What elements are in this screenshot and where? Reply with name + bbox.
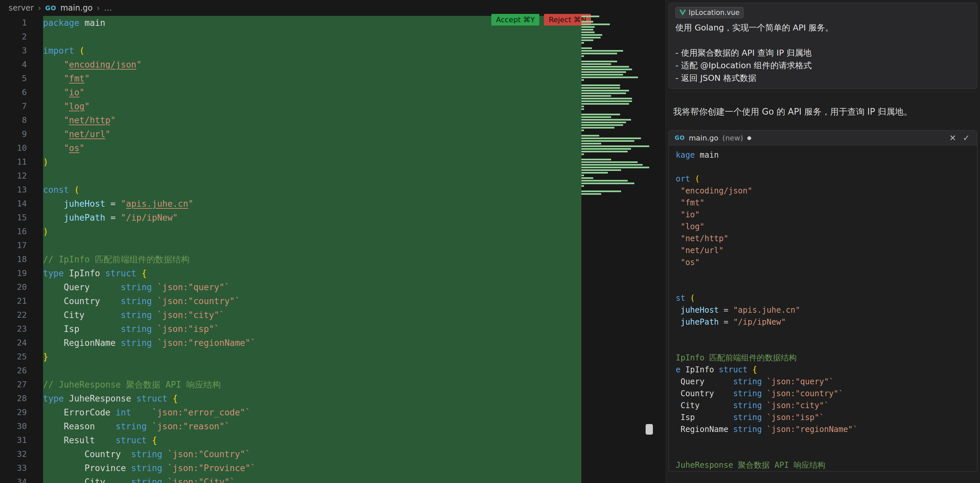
code-line[interactable]: City string `json:"City"` — [43, 475, 581, 483]
code-token: IpInfo — [64, 268, 105, 278]
code-line[interactable]: "log" — [43, 99, 581, 113]
code-token: JuheResponse — [64, 394, 137, 403]
minimap-bar — [581, 180, 628, 182]
code-line[interactable]: "fmt" — [43, 72, 581, 86]
scrollbar-thumb[interactable] — [646, 424, 653, 435]
code-token: " — [795, 305, 800, 315]
code-line[interactable]: RegionName string `json:"regionName"` — [43, 336, 581, 350]
code-token: string — [131, 477, 162, 483]
code-line[interactable]: "net/url" — [43, 127, 581, 141]
code-token: " — [680, 198, 685, 207]
line-number: 2 — [0, 30, 43, 44]
code-token: const — [43, 185, 69, 195]
code-token — [74, 46, 80, 56]
apply-check-icon[interactable]: ✓ — [961, 133, 971, 143]
code-token: io — [69, 88, 79, 97]
code-token: `json:"regionName"` — [767, 425, 858, 434]
breadcrumb-item-file[interactable]: main.go — [60, 3, 93, 13]
code-token: = — [719, 305, 733, 315]
code-line[interactable]: Country string `json:"Country"` — [43, 447, 581, 461]
code-line[interactable]: juhePath = "/ip/ipNew" — [43, 211, 581, 225]
editor-line: 26 — [0, 364, 581, 378]
code-line[interactable]: Reason string `json:"reason"` — [43, 419, 581, 433]
editor-line: 2 — [0, 30, 581, 44]
minimap-row — [581, 82, 650, 84]
code-line[interactable]: ErrorCode int `json:"error_code"` — [43, 405, 581, 419]
code-line[interactable]: "io" — [43, 86, 581, 99]
minimap-bar — [581, 71, 626, 73]
code-line[interactable]: "net/http" — [43, 113, 581, 127]
minimap-row — [581, 145, 650, 148]
code-line[interactable]: Result struct { — [43, 433, 581, 447]
code-token: City — [43, 310, 121, 320]
code-line[interactable]: type IpInfo struct { — [43, 266, 581, 280]
editor-line: 17 — [0, 239, 581, 252]
minimap-row — [581, 47, 650, 50]
minimap-row — [581, 84, 650, 87]
code-block-body[interactable]: package mainimport ( "encoding/json" "fm… — [669, 145, 977, 471]
code-line[interactable]: Province string `json:"Province"` — [43, 461, 581, 475]
minimap-row — [581, 114, 650, 116]
preview-code-line: import ( — [676, 173, 977, 185]
code-token: "/ip/ipNew" — [121, 213, 178, 223]
preview-code-line — [676, 340, 977, 352]
editor-lines[interactable]: 1package main23import (4 "encoding/json"… — [0, 16, 581, 483]
minimap[interactable] — [581, 16, 650, 196]
code-line[interactable]: } — [43, 350, 581, 364]
minimap-bar — [581, 98, 632, 99]
code-line[interactable]: import ( — [43, 44, 581, 57]
code-line[interactable]: juheHost = "apis.juhe.cn" — [43, 197, 581, 211]
code-token: = — [105, 199, 121, 209]
code-token: RegionName — [676, 425, 733, 434]
code-token: Province — [43, 463, 131, 473]
breadcrumb-item-server[interactable]: server — [9, 3, 34, 13]
code-line[interactable] — [43, 239, 581, 252]
code-token — [131, 408, 152, 418]
code-token: type — [43, 268, 64, 278]
code-line[interactable]: // JuheResponse 聚合数据 API 响应结构 — [43, 378, 581, 392]
minimap-row — [581, 193, 650, 196]
editor-line: 30 Reason string `json:"reason"` — [0, 419, 581, 433]
code-token — [152, 296, 157, 306]
context-chip[interactable]: IpLocation.vue — [675, 7, 744, 18]
code-line[interactable]: Country string `json:"country"` — [43, 294, 581, 308]
code-line[interactable]: type JuheResponse struct { — [43, 392, 581, 405]
minimap-row — [581, 129, 650, 132]
code-line[interactable]: ) — [43, 225, 581, 239]
user-message-line: 使用 Golang，实现一个简单的 API 服务。 — [675, 22, 970, 34]
code-token: // IpInfo 匹配前端组件的数据结构 — [43, 254, 190, 265]
breadcrumb: server › GO main.go › … — [0, 0, 665, 16]
code-line[interactable]: "os" — [43, 141, 581, 155]
code-line[interactable] — [43, 30, 581, 44]
code-line[interactable]: "encoding/json" — [43, 57, 581, 72]
editor-line: 16) — [0, 225, 581, 239]
code-line[interactable] — [43, 364, 581, 378]
code-token: `json:"query"` — [157, 282, 229, 292]
code-line[interactable]: City string `json:"city"` — [43, 308, 581, 322]
code-line[interactable]: Query string `json:"query"` — [43, 280, 581, 294]
user-message-line: - 使用聚合数据的 API 查询 IP 归属地 — [675, 47, 970, 59]
code-token: string — [733, 425, 762, 434]
line-number: 5 — [0, 72, 43, 86]
minimap-bar — [581, 124, 623, 126]
code-token: net/url — [69, 129, 105, 139]
minimap-row — [581, 137, 650, 140]
breadcrumb-more[interactable]: … — [104, 3, 112, 13]
code-line[interactable]: Isp string `json:"isp"` — [43, 322, 581, 336]
code-token: " — [680, 258, 685, 267]
diff-accept-button[interactable]: Accept ⌘Y — [491, 14, 539, 26]
code-line[interactable]: ) — [43, 155, 581, 169]
editor-line: 28type JuheResponse struct { — [0, 392, 581, 405]
code-token: string — [121, 324, 152, 334]
close-icon[interactable]: ✕ — [948, 133, 958, 143]
code-line[interactable]: // IpInfo 匹配前端组件的数据结构 — [43, 252, 581, 266]
code-line[interactable] — [43, 169, 581, 183]
minimap-bar — [581, 21, 593, 22]
code-token: type — [43, 394, 64, 403]
code-token: ( — [80, 46, 85, 56]
code-token: import — [676, 174, 690, 183]
minimap-bar — [581, 77, 638, 78]
minimap-bar — [581, 61, 617, 62]
code-line[interactable]: const ( — [43, 183, 581, 197]
line-number: 13 — [0, 183, 43, 197]
